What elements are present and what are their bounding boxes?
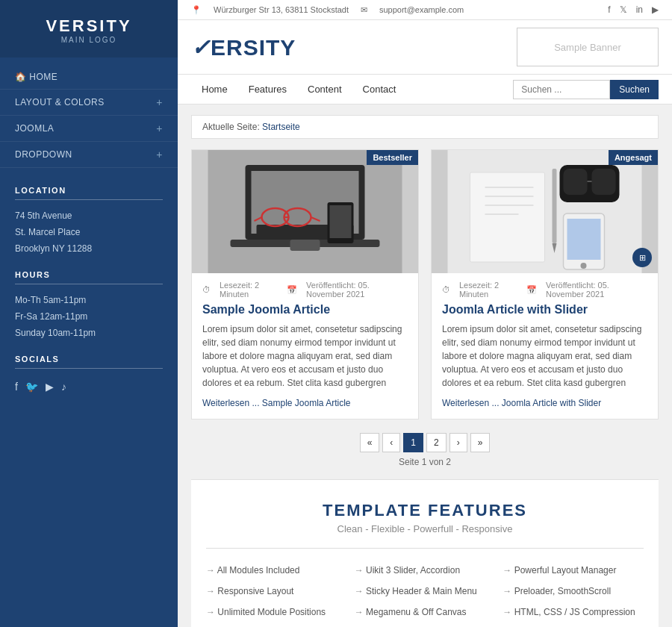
logo-sub: MAIN LOGO: [15, 36, 163, 44]
plus-icon-dropdown: +: [156, 149, 163, 160]
logo-text: ERSITY: [211, 35, 296, 60]
topbar-twitter-icon[interactable]: 𝕏: [620, 4, 627, 15]
nav-features[interactable]: Features: [238, 75, 297, 104]
location-line-2: St. Marcel Place: [15, 224, 163, 240]
hours-line-1: Mo-Th 5am-11pm: [15, 292, 163, 308]
navbar-links: Home Features Content Contact: [191, 75, 406, 104]
page-first[interactable]: «: [360, 433, 380, 452]
article-body-2: ⏱ Lesezeit: 2 Minuten 📅 Veröffentlicht: …: [432, 273, 658, 419]
tiktok-icon[interactable]: ♪: [61, 381, 66, 393]
sidebar-logo: VERSITY MAIN LOGO: [0, 0, 178, 57]
topbar-social-links: f 𝕏 in ▶: [608, 4, 659, 15]
svg-rect-23: [592, 169, 616, 195]
articles-grid: Bestseller ⏱ Lesezeit: 2 Minuten 📅 Veröf…: [191, 149, 659, 419]
article-meta-1: ⏱ Lesezeit: 2 Minuten 📅 Veröffentlicht: …: [202, 281, 408, 299]
search-button[interactable]: Suchen: [610, 80, 659, 99]
article-body-1: ⏱ Lesezeit: 2 Minuten 📅 Veröffentlicht: …: [192, 273, 418, 419]
features-grid: All Modules Included Uikit 3 Slider, Acc…: [206, 562, 644, 620]
svg-rect-14: [470, 172, 545, 262]
clock-icon-2: ⏱: [442, 285, 450, 294]
article-img-svg-1: [192, 150, 418, 273]
feature-item-2: Powerful Layout Manager: [503, 562, 644, 578]
location-line-1: 74 5th Avenue: [15, 208, 163, 224]
search-input[interactable]: [513, 80, 610, 99]
sidebar-item-joomla[interactable]: JOOMLA +: [0, 116, 178, 142]
feature-item-3: Responsive Layout: [206, 583, 347, 599]
page-next[interactable]: ›: [449, 433, 467, 452]
page-info: Seite 1 von 2: [191, 457, 659, 467]
feature-item-5: Preloader, SmoothScroll: [503, 583, 644, 599]
topbar-address: Würzburger Str 13, 63811 Stockstadt: [214, 5, 349, 14]
sample-banner: Sample Banner: [517, 28, 659, 66]
article-image-1: Bestseller: [192, 150, 418, 273]
main-content: 📍 Würzburger Str 13, 63811 Stockstadt ✉ …: [178, 0, 672, 627]
breadcrumb-label: Aktuelle Seite:: [202, 122, 260, 132]
article-meta-2: ⏱ Lesezeit: 2 Minuten 📅 Veröffentlicht: …: [442, 281, 647, 299]
article-readmore-1[interactable]: Weiterlesen ... Sample Joomla Article: [202, 398, 351, 408]
article-date-2: Veröffentlicht: 05. November 2021: [546, 281, 647, 299]
calendar-icon-1: 📅: [287, 285, 297, 295]
feature-item-4: Sticky Header & Main Menu: [355, 583, 496, 599]
hours-section: HoURS Mo-Th 5am-11pm Fr-Sa 12am-11pm Sun…: [0, 260, 178, 344]
hours-line-3: Sunday 10am-11pm: [15, 325, 163, 341]
article-read-time-1: Lesezeit: 2 Minuten: [220, 281, 278, 299]
svg-rect-26: [567, 219, 601, 260]
article-readmore-2[interactable]: Weiterlesen ... Joomla Article with Slid…: [442, 398, 601, 408]
svg-rect-11: [330, 205, 352, 238]
logo-main: VERSITY: [15, 16, 163, 36]
nav-content[interactable]: Content: [297, 75, 352, 104]
page-prev[interactable]: ‹: [382, 433, 400, 452]
plus-icon-joomla: +: [156, 122, 163, 134]
header-logo: ✓ERSITY: [191, 34, 296, 60]
svg-rect-22: [564, 169, 588, 195]
sidebar-item-home[interactable]: 🏠 HOME: [0, 65, 178, 90]
svg-rect-19: [553, 169, 557, 243]
breadcrumb-page[interactable]: Startseite: [262, 122, 300, 132]
sidebar-item-layout[interactable]: LAYOUT & COLORS +: [0, 90, 178, 116]
sidebar-item-dropdown[interactable]: DROPDOWN +: [0, 142, 178, 168]
socials-icons: f 🐦 ▶ ♪: [15, 376, 163, 393]
nav-contact[interactable]: Contact: [352, 75, 407, 104]
page-last[interactable]: »: [470, 433, 491, 452]
nav-home[interactable]: Home: [191, 75, 238, 104]
email-icon: ✉: [361, 5, 367, 15]
hours-line-2: Fr-Sa 12am-11pm: [15, 308, 163, 325]
svg-rect-12: [290, 240, 320, 251]
article-title-2: Joomla Article with Slider: [442, 303, 647, 316]
socials-title: SOCIALS: [15, 355, 163, 369]
article-excerpt-2: Lorem ipsum dolor sit amet, consetetur s…: [442, 322, 647, 390]
feature-item-0: All Modules Included: [206, 562, 347, 578]
article-title-1: Sample Joomla Article: [202, 303, 408, 316]
features-subtitle: Clean - Flexible - Powerfull - Responsiv…: [206, 523, 644, 534]
navbar-search: Suchen: [513, 80, 659, 99]
address-icon: 📍: [191, 5, 202, 15]
pagination: « ‹ 1 2 › »: [191, 433, 659, 452]
article-badge-2: Angesagt: [609, 150, 658, 165]
sidebar-nav: 🏠 HOME LAYOUT & COLORS + JOOMLA + DROPDO…: [0, 65, 178, 168]
calendar-icon-2: 📅: [526, 285, 537, 295]
topbar-youtube-icon[interactable]: ▶: [652, 4, 659, 15]
page-2[interactable]: 2: [426, 433, 447, 452]
topbar-facebook-icon[interactable]: f: [608, 4, 610, 15]
home-icon: 🏠 HOME: [15, 72, 57, 82]
article-read-time-2: Lesezeit: 2 Minuten: [459, 281, 517, 299]
topbar-email: support@example.com: [379, 5, 464, 14]
hours-title: HoURS: [15, 270, 163, 284]
article-img-svg-2: [432, 150, 658, 273]
navbar: Home Features Content Contact Suchen: [178, 75, 672, 104]
feature-item-7: Megamenu & Off Canvas: [355, 604, 496, 620]
article-excerpt-1: Lorem ipsum dolor sit amet, consetetur s…: [202, 322, 408, 390]
youtube-icon[interactable]: ▶: [46, 381, 54, 393]
clock-icon-1: ⏱: [202, 285, 211, 294]
article-overlay-icon-2: ⊞: [632, 248, 652, 267]
topbar-left: 📍 Würzburger Str 13, 63811 Stockstadt ✉ …: [191, 5, 464, 15]
plus-icon: +: [156, 96, 163, 108]
article-image-2: Angesagt ⊞: [432, 150, 658, 273]
twitter-icon[interactable]: 🐦: [25, 381, 38, 393]
page-1[interactable]: 1: [403, 433, 423, 452]
feature-item-6: Unlimited Module Positions: [206, 604, 347, 620]
topbar: 📍 Würzburger Str 13, 63811 Stockstadt ✉ …: [178, 0, 672, 20]
topbar-linkedin-icon[interactable]: in: [636, 4, 643, 15]
facebook-icon[interactable]: f: [15, 381, 18, 393]
sidebar: VERSITY MAIN LOGO 🏠 HOME LAYOUT & COLORS…: [0, 0, 178, 627]
